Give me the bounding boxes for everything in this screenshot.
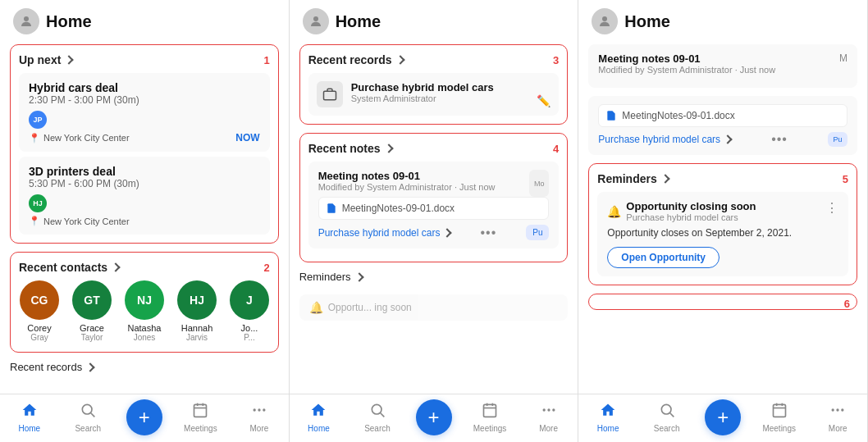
panel3-header: Home <box>578 0 867 39</box>
file-card: MeetingNotes-09-01.docx Purchase hybrid … <box>588 96 857 155</box>
pencil-icon[interactable]: ✏️ <box>537 94 550 107</box>
recent-notes-section: Recent notes 4 Meeting notes 09-01 Modif… <box>299 133 569 262</box>
recent-records-mini[interactable]: Recent records <box>10 361 279 373</box>
open-opportunity-button[interactable]: Open Opportunity <box>607 247 720 268</box>
reminder-dots[interactable]: ⋮ <box>825 200 838 216</box>
nav-home-label-2: Home <box>308 424 330 433</box>
contact-avatar-j: J <box>230 280 269 320</box>
nav-meetings-1[interactable]: Meetings <box>180 402 221 433</box>
nav-home-1[interactable]: Home <box>9 402 50 433</box>
nav-more-1[interactable]: More <box>239 402 280 433</box>
nav-home-label-3: Home <box>597 424 619 433</box>
nav-meetings-2[interactable]: Meetings <box>469 402 510 433</box>
recent-notes-header: Recent notes 4 <box>308 142 560 155</box>
recent-contacts-chevron[interactable] <box>111 262 120 271</box>
now-badge: NOW <box>235 132 259 144</box>
fab-button-3[interactable]: + <box>705 399 741 435</box>
nav-meetings-3[interactable]: Meetings <box>759 402 800 433</box>
note-right-abbrev: Mo <box>529 170 549 197</box>
nav-search-3[interactable]: Search <box>646 402 688 433</box>
meetings-icon-1 <box>192 402 208 422</box>
svg-rect-3 <box>194 404 207 417</box>
avatar-3 <box>592 8 618 34</box>
svg-point-9 <box>263 408 265 411</box>
svg-line-2 <box>91 413 95 417</box>
page-title: Home <box>46 12 92 31</box>
up-next-chevron[interactable] <box>65 55 74 64</box>
search-icon-3 <box>659 402 675 422</box>
fab-button-1[interactable]: + <box>126 399 162 435</box>
panel2-content: Recent records 3 Purchase hybrid model c… <box>290 39 578 394</box>
fab-button-2[interactable]: + <box>416 399 452 435</box>
file-right-badge: Pu <box>828 132 847 147</box>
reminders-chevron[interactable] <box>660 174 669 183</box>
nav-home-2[interactable]: Home <box>298 402 339 433</box>
meeting-notes-info: Meeting notes 09-01 Modified by System A… <box>598 52 834 80</box>
recent-notes-chevron[interactable] <box>384 144 393 153</box>
meetings-icon-2 <box>482 402 498 422</box>
event-footer-1: 📍 New York City Center NOW <box>29 132 260 144</box>
nav-search-1[interactable]: Search <box>67 402 108 433</box>
event-item-2[interactable]: 3D printers deal 5:30 PM - 6:00 PM (30m)… <box>19 157 270 235</box>
bell-icon-3: 🔔 <box>607 205 621 218</box>
nav-home-3[interactable]: Home <box>587 402 628 433</box>
svg-point-0 <box>24 16 29 21</box>
meeting-notes-card[interactable]: Meeting notes 09-01 Modified by System A… <box>588 44 857 88</box>
more-icon-1 <box>251 402 267 422</box>
recent-records-number: 3 <box>553 54 559 66</box>
dots-icon[interactable]: ••• <box>480 226 496 240</box>
nav-search-2[interactable]: Search <box>357 402 398 433</box>
note-main: Meeting notes 09-01 Modified by System A… <box>318 170 525 197</box>
recent-notes-title: Recent notes <box>308 142 392 155</box>
event-location-1: 📍 New York City Center <box>29 133 130 144</box>
plus-icon-2: + <box>427 406 439 429</box>
contact-avatar-nj: NJ <box>125 280 164 320</box>
event-title-1: Hybrid cars deal <box>29 81 260 94</box>
contact-natasha[interactable]: NJ Natasha Jones <box>124 280 165 342</box>
nav-more-2[interactable]: More <box>528 402 569 433</box>
note-link[interactable]: Purchase hybrid model cars <box>318 227 451 239</box>
panel-2: Home Recent records 3 Purchase hybrid mo… <box>290 0 579 442</box>
svg-point-18 <box>542 408 545 411</box>
page-title-3: Home <box>624 12 670 31</box>
reminders-number: 5 <box>843 173 848 185</box>
panel2-header: Home <box>290 0 578 39</box>
reminder-header-row: 🔔 Opportunity closing soon Purchase hybr… <box>607 200 838 222</box>
reminders-mini[interactable]: Reminders <box>299 271 569 283</box>
section-6-card: 6 <box>588 294 857 310</box>
note-link-chevron <box>443 228 452 237</box>
more-icon-3 <box>829 402 846 422</box>
file-dots-icon[interactable]: ••• <box>771 132 788 147</box>
contacts-row: CG Corey Gray GT Grace Taylor NJ Natasha… <box>19 280 270 344</box>
home-icon-2 <box>310 402 327 422</box>
record-item-1[interactable]: Purchase hybrid model cars System Admini… <box>308 73 560 116</box>
event-item-1[interactable]: Hybrid cars deal 2:30 PM - 3:00 PM (30m)… <box>19 73 270 152</box>
note-right-badge: Pu <box>526 225 549 240</box>
event-location-2: 📍 New York City Center <box>29 216 130 226</box>
panel-3: Home Meeting notes 09-01 Modified by Sys… <box>578 0 868 442</box>
reminder-item-1[interactable]: 🔔 Opportunity closing soon Purchase hybr… <box>597 192 848 276</box>
contact-j[interactable]: J Jo... P... <box>229 280 270 342</box>
svg-point-12 <box>372 404 381 414</box>
user-dot-2: HJ <box>29 194 47 212</box>
svg-point-22 <box>661 404 671 414</box>
file-link[interactable]: Purchase hybrid model cars <box>598 134 731 145</box>
panel1-content: Up next 1 Hybrid cars deal 2:30 PM - 3:0… <box>0 39 289 394</box>
svg-point-28 <box>832 408 834 411</box>
svg-point-7 <box>253 408 255 411</box>
avatar <box>13 8 39 34</box>
svg-rect-11 <box>323 91 336 100</box>
note-item-1[interactable]: Meeting notes 09-01 Modified by System A… <box>308 162 560 248</box>
contact-avatar-cg: CG <box>20 280 59 320</box>
contact-hannah[interactable]: HJ Hannah Jarvis <box>176 280 217 342</box>
reminder-text: Opportunity closing soon Purchase hybrid… <box>626 200 756 222</box>
svg-rect-14 <box>484 404 496 417</box>
nav-more-3[interactable]: More <box>817 402 858 433</box>
up-next-header: Up next 1 <box>19 53 270 66</box>
contact-corey[interactable]: CG Corey Gray <box>19 280 60 342</box>
contact-grace[interactable]: GT Grace Taylor <box>71 280 112 342</box>
recent-records-chevron[interactable] <box>395 55 404 64</box>
record-info: Purchase hybrid model cars System Admini… <box>351 81 494 103</box>
nav-search-label-1: Search <box>75 424 101 433</box>
panel3-bottom-nav: Home Search + Meetings More <box>578 394 867 442</box>
